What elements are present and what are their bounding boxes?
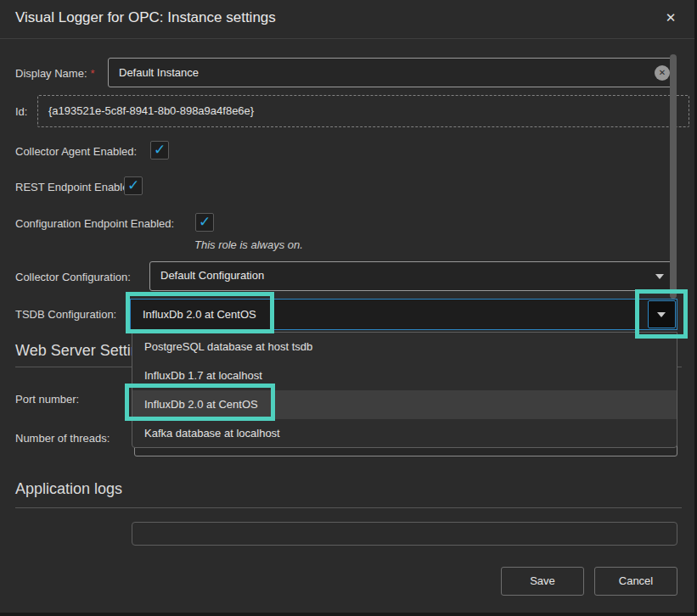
chevron-down-icon: [657, 312, 666, 317]
check-icon: ✓: [199, 214, 211, 230]
configuration-endpoint-checkbox[interactable]: ✓: [195, 213, 214, 232]
id-field: {a193521e-5c8f-8941-8b0-898a9a4f8e6e}: [37, 95, 689, 127]
close-icon[interactable]: ✕: [660, 7, 682, 29]
vertical-scrollbar-thumb[interactable]: [670, 54, 677, 299]
collector-configuration-label: Collector Configuration:: [15, 271, 131, 283]
number-of-threads-label: Number of threads:: [15, 432, 110, 445]
id-label: Id:: [15, 105, 27, 118]
tsdb-configuration-combobox[interactable]: InfluxDb 2.0 at CentOS: [130, 299, 677, 330]
collector-agent-checkbox[interactable]: ✓: [150, 141, 169, 160]
dropdown-option-kafka[interactable]: Kafka database at localhost: [132, 419, 677, 448]
rest-endpoint-checkbox[interactable]: ✓: [124, 176, 143, 195]
collector-configuration-combobox[interactable]: Default Configuration: [149, 261, 677, 291]
tsdb-dropdown-button[interactable]: [648, 300, 676, 328]
configuration-endpoint-label: Configuration Endpoint Enabled:: [15, 217, 174, 230]
display-name-input[interactable]: Default Instance: [108, 58, 677, 87]
instance-settings-dialog: Visual Logger for OPC: Instance settings…: [0, 0, 697, 616]
dropdown-option-influxdb-2-0[interactable]: InfluxDb 2.0 at CentOS: [132, 390, 677, 419]
check-icon: ✓: [127, 177, 139, 193]
port-number-label: Port number:: [15, 393, 79, 406]
cancel-button[interactable]: Cancel: [594, 567, 677, 596]
tsdb-dropdown-popup: PostgreSQL database at host tsdb InfluxD…: [132, 332, 677, 448]
rest-endpoint-label: REST Endpoint Enabled:: [15, 181, 138, 193]
application-logs-heading: Application logs: [15, 480, 122, 498]
collector-agent-label: Collector Agent Enabled:: [15, 145, 137, 158]
dropdown-option-postgresql[interactable]: PostgreSQL database at host tsdb: [132, 333, 677, 361]
role-always-on-note: This role is always on.: [194, 238, 303, 251]
id-value: {a193521e-5c8f-8941-8b0-898a9a4f8e6e}: [48, 96, 254, 126]
clear-text-icon[interactable]: ✕: [655, 65, 670, 81]
check-icon: ✓: [154, 142, 166, 158]
required-asterisk: *: [91, 67, 95, 80]
chevron-down-icon: [655, 274, 664, 279]
tsdb-configuration-label: TSDB Configuration:: [15, 308, 116, 321]
display-name-label: Display Name:*: [15, 67, 95, 80]
application-logs-separator: [15, 507, 682, 508]
tsdb-configuration-value: InfluxDb 2.0 at CentOS: [143, 300, 256, 329]
save-button[interactable]: Save: [501, 567, 584, 596]
collector-configuration-value: Default Configuration: [160, 262, 264, 289]
application-logs-field[interactable]: [132, 522, 677, 546]
dropdown-option-influxdb-1-7[interactable]: InfluxDb 1.7 at localhost: [132, 361, 677, 390]
page-title: Visual Logger for OPC: Instance settings: [15, 9, 276, 26]
display-name-value: Default Instance: [119, 59, 199, 87]
title-divider: [0, 38, 694, 39]
